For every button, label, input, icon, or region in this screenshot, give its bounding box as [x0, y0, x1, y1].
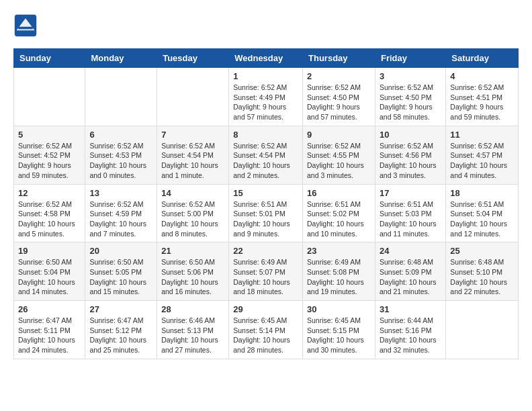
calendar-cell: 17Sunrise: 6:51 AM Sunset: 5:03 PM Dayli… [375, 184, 445, 242]
calendar-cell [85, 68, 157, 126]
day-number: 6 [89, 130, 152, 140]
day-info: Sunrise: 6:52 AM Sunset: 4:51 PM Dayligh… [450, 83, 514, 122]
day-number: 1 [233, 71, 298, 81]
day-number: 13 [89, 188, 152, 198]
svg-rect-2 [18, 27, 33, 30]
calendar-cell: 29Sunrise: 6:45 AM Sunset: 5:14 PM Dayli… [229, 301, 303, 359]
calendar-cell: 18Sunrise: 6:51 AM Sunset: 5:04 PM Dayli… [446, 184, 519, 242]
day-number: 9 [307, 130, 371, 140]
day-number: 4 [450, 71, 514, 81]
day-number: 29 [233, 304, 298, 314]
calendar-cell [14, 68, 85, 126]
day-number: 12 [18, 188, 81, 198]
calendar-cell [157, 68, 229, 126]
calendar-header-row: SundayMondayTuesdayWednesdayThursdayFrid… [14, 49, 519, 68]
day-info: Sunrise: 6:51 AM Sunset: 5:04 PM Dayligh… [450, 199, 514, 239]
calendar-cell: 24Sunrise: 6:48 AM Sunset: 5:09 PM Dayli… [375, 242, 445, 301]
day-info: Sunrise: 6:49 AM Sunset: 5:07 PM Dayligh… [233, 257, 298, 297]
page-header [13, 13, 519, 38]
calendar-cell: 22Sunrise: 6:49 AM Sunset: 5:07 PM Dayli… [229, 242, 303, 301]
weekday-header-friday: Friday [375, 49, 445, 68]
calendar-cell: 1Sunrise: 6:52 AM Sunset: 4:49 PM Daylig… [229, 68, 303, 126]
day-info: Sunrise: 6:52 AM Sunset: 4:50 PM Dayligh… [307, 83, 371, 122]
day-number: 26 [18, 304, 81, 314]
day-info: Sunrise: 6:50 AM Sunset: 5:05 PM Dayligh… [89, 257, 152, 297]
day-number: 31 [380, 304, 441, 314]
calendar-cell: 25Sunrise: 6:48 AM Sunset: 5:10 PM Dayli… [446, 242, 519, 301]
day-info: Sunrise: 6:52 AM Sunset: 4:52 PM Dayligh… [18, 141, 81, 181]
weekday-header-sunday: Sunday [14, 49, 85, 68]
day-number: 7 [161, 130, 224, 140]
calendar-cell: 19Sunrise: 6:50 AM Sunset: 5:04 PM Dayli… [14, 242, 85, 301]
calendar-cell: 6Sunrise: 6:52 AM Sunset: 4:53 PM Daylig… [85, 126, 157, 184]
day-info: Sunrise: 6:52 AM Sunset: 5:00 PM Dayligh… [161, 199, 224, 239]
calendar-cell [446, 301, 519, 359]
calendar-cell: 30Sunrise: 6:45 AM Sunset: 5:15 PM Dayli… [303, 301, 375, 359]
calendar-cell: 15Sunrise: 6:51 AM Sunset: 5:01 PM Dayli… [229, 184, 303, 242]
day-number: 8 [233, 130, 298, 140]
calendar-cell: 9Sunrise: 6:52 AM Sunset: 4:55 PM Daylig… [303, 126, 375, 184]
day-info: Sunrise: 6:45 AM Sunset: 5:15 PM Dayligh… [307, 316, 371, 355]
day-number: 24 [380, 246, 441, 256]
calendar-cell: 16Sunrise: 6:51 AM Sunset: 5:02 PM Dayli… [303, 184, 375, 242]
calendar-cell: 21Sunrise: 6:50 AM Sunset: 5:06 PM Dayli… [157, 242, 229, 301]
calendar-cell: 8Sunrise: 6:52 AM Sunset: 4:54 PM Daylig… [229, 126, 303, 184]
day-info: Sunrise: 6:51 AM Sunset: 5:02 PM Dayligh… [307, 199, 371, 239]
calendar-table: SundayMondayTuesdayWednesdayThursdayFrid… [13, 48, 519, 359]
calendar-cell: 10Sunrise: 6:52 AM Sunset: 4:56 PM Dayli… [375, 126, 445, 184]
day-number: 25 [450, 246, 514, 256]
calendar-week-row: 5Sunrise: 6:52 AM Sunset: 4:52 PM Daylig… [14, 126, 519, 184]
day-info: Sunrise: 6:52 AM Sunset: 4:53 PM Dayligh… [89, 141, 152, 181]
day-number: 10 [380, 130, 441, 140]
calendar-week-row: 1Sunrise: 6:52 AM Sunset: 4:49 PM Daylig… [14, 68, 519, 126]
day-info: Sunrise: 6:51 AM Sunset: 5:01 PM Dayligh… [233, 199, 298, 239]
day-number: 22 [233, 246, 298, 256]
day-info: Sunrise: 6:46 AM Sunset: 5:13 PM Dayligh… [161, 316, 224, 355]
day-info: Sunrise: 6:49 AM Sunset: 5:08 PM Dayligh… [307, 257, 371, 297]
calendar-week-row: 12Sunrise: 6:52 AM Sunset: 4:58 PM Dayli… [14, 184, 519, 242]
day-info: Sunrise: 6:47 AM Sunset: 5:12 PM Dayligh… [89, 316, 152, 355]
day-number: 2 [307, 71, 371, 81]
calendar-cell: 23Sunrise: 6:49 AM Sunset: 5:08 PM Dayli… [303, 242, 375, 301]
calendar-cell: 27Sunrise: 6:47 AM Sunset: 5:12 PM Dayli… [85, 301, 157, 359]
calendar-cell: 12Sunrise: 6:52 AM Sunset: 4:58 PM Dayli… [14, 184, 85, 242]
day-number: 15 [233, 188, 298, 198]
day-info: Sunrise: 6:52 AM Sunset: 4:50 PM Dayligh… [380, 83, 441, 122]
day-info: Sunrise: 6:50 AM Sunset: 5:06 PM Dayligh… [161, 257, 224, 297]
day-info: Sunrise: 6:52 AM Sunset: 4:58 PM Dayligh… [18, 199, 81, 239]
calendar-cell: 13Sunrise: 6:52 AM Sunset: 4:59 PM Dayli… [85, 184, 157, 242]
day-info: Sunrise: 6:52 AM Sunset: 4:49 PM Dayligh… [233, 83, 298, 122]
day-number: 30 [307, 304, 371, 314]
calendar-cell: 7Sunrise: 6:52 AM Sunset: 4:54 PM Daylig… [157, 126, 229, 184]
day-number: 17 [380, 188, 441, 198]
day-info: Sunrise: 6:52 AM Sunset: 4:54 PM Dayligh… [161, 141, 224, 181]
weekday-header-saturday: Saturday [446, 49, 519, 68]
day-info: Sunrise: 6:50 AM Sunset: 5:04 PM Dayligh… [18, 257, 81, 297]
day-info: Sunrise: 6:51 AM Sunset: 5:03 PM Dayligh… [380, 199, 441, 239]
weekday-header-wednesday: Wednesday [229, 49, 303, 68]
day-number: 16 [307, 188, 371, 198]
day-info: Sunrise: 6:52 AM Sunset: 4:54 PM Dayligh… [233, 141, 298, 181]
day-info: Sunrise: 6:52 AM Sunset: 4:59 PM Dayligh… [89, 199, 152, 239]
day-number: 20 [89, 246, 152, 256]
day-info: Sunrise: 6:52 AM Sunset: 4:56 PM Dayligh… [380, 141, 441, 181]
weekday-header-tuesday: Tuesday [157, 49, 229, 68]
weekday-header-thursday: Thursday [303, 49, 375, 68]
day-info: Sunrise: 6:44 AM Sunset: 5:16 PM Dayligh… [380, 316, 441, 355]
calendar-cell: 3Sunrise: 6:52 AM Sunset: 4:50 PM Daylig… [375, 68, 445, 126]
calendar-cell: 5Sunrise: 6:52 AM Sunset: 4:52 PM Daylig… [14, 126, 85, 184]
day-number: 21 [161, 246, 224, 256]
logo-icon [13, 13, 38, 38]
calendar-cell: 2Sunrise: 6:52 AM Sunset: 4:50 PM Daylig… [303, 68, 375, 126]
calendar-cell: 31Sunrise: 6:44 AM Sunset: 5:16 PM Dayli… [375, 301, 445, 359]
day-info: Sunrise: 6:45 AM Sunset: 5:14 PM Dayligh… [233, 316, 298, 355]
calendar-cell: 11Sunrise: 6:52 AM Sunset: 4:57 PM Dayli… [446, 126, 519, 184]
day-number: 14 [161, 188, 224, 198]
day-number: 3 [380, 71, 441, 81]
day-info: Sunrise: 6:52 AM Sunset: 4:57 PM Dayligh… [450, 141, 514, 181]
day-number: 23 [307, 246, 371, 256]
weekday-header-monday: Monday [85, 49, 157, 68]
day-info: Sunrise: 6:52 AM Sunset: 4:55 PM Dayligh… [307, 141, 371, 181]
calendar-cell: 26Sunrise: 6:47 AM Sunset: 5:11 PM Dayli… [14, 301, 85, 359]
calendar-cell: 28Sunrise: 6:46 AM Sunset: 5:13 PM Dayli… [157, 301, 229, 359]
